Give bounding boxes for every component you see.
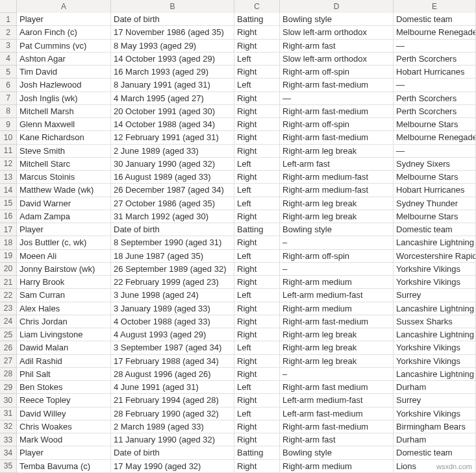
cell[interactable]: Right bbox=[234, 368, 280, 381]
cell[interactable]: Worcestershire Rapids bbox=[394, 250, 476, 263]
cell[interactable]: Right-arm fast-medium bbox=[280, 131, 394, 144]
cell[interactable]: 28 February 1990 (aged 32) bbox=[111, 407, 234, 420]
cell[interactable]: 30 January 1990 (aged 32) bbox=[111, 158, 234, 171]
row-header[interactable]: 21 bbox=[0, 276, 17, 289]
row-header[interactable]: 14 bbox=[0, 184, 17, 197]
cell[interactable]: Right-arm fast bbox=[280, 40, 394, 53]
cell[interactable]: Batting bbox=[234, 223, 280, 236]
cell[interactable]: David Willey bbox=[17, 407, 111, 420]
cell[interactable]: Phil Salt bbox=[17, 368, 111, 381]
cell[interactable]: Surrey bbox=[394, 394, 476, 407]
cell[interactable]: 3 January 1989 (aged 33) bbox=[111, 302, 234, 315]
cell[interactable]: Left bbox=[234, 197, 280, 210]
row-header[interactable]: 6 bbox=[0, 79, 17, 91]
cell[interactable]: Matthew Wade (wk) bbox=[17, 184, 111, 197]
row-header[interactable]: 35 bbox=[0, 460, 17, 473]
row-header[interactable]: 13 bbox=[0, 171, 17, 184]
row-header[interactable]: 22 bbox=[0, 289, 17, 302]
cell[interactable]: Lancashire Lightning bbox=[394, 302, 476, 315]
cell[interactable]: Right bbox=[234, 171, 280, 184]
cell[interactable]: Bowling style bbox=[280, 446, 394, 459]
cell[interactable]: Melbourne Stars bbox=[394, 118, 476, 131]
cell[interactable]: Harry Brook bbox=[17, 276, 111, 289]
cell[interactable]: 20 October 1991 (aged 30) bbox=[111, 105, 234, 118]
cell[interactable]: Date of birth bbox=[111, 446, 234, 459]
cell[interactable]: Slow left-arm orthodox bbox=[280, 53, 394, 66]
cell[interactable]: Left bbox=[234, 53, 280, 66]
cell[interactable]: Perth Scorchers bbox=[394, 92, 476, 105]
cell[interactable]: Right-arm fast-medium bbox=[280, 79, 394, 91]
cell[interactable]: Date of birth bbox=[111, 13, 234, 26]
cell[interactable]: 4 August 1993 (aged 29) bbox=[111, 328, 234, 341]
cell[interactable]: Perth Scorchers bbox=[394, 105, 476, 118]
cell[interactable]: 28 August 1996 (aged 26) bbox=[111, 368, 234, 381]
cell[interactable]: Ashton Agar bbox=[17, 53, 111, 66]
cell[interactable]: — bbox=[394, 145, 476, 158]
cell[interactable]: Right bbox=[234, 302, 280, 315]
cell[interactable]: Batting bbox=[234, 13, 280, 26]
cell[interactable]: Right bbox=[234, 131, 280, 144]
col-header-c[interactable]: C bbox=[234, 0, 280, 13]
col-header-b[interactable]: B bbox=[111, 0, 234, 13]
cell[interactable]: 22 February 1999 (aged 23) bbox=[111, 276, 234, 289]
row-header[interactable]: 27 bbox=[0, 355, 17, 368]
cell[interactable]: Left-arm fast bbox=[280, 158, 394, 171]
cell[interactable]: Melbourne Renegades bbox=[394, 26, 476, 39]
cell[interactable]: 17 February 1988 (aged 34) bbox=[111, 355, 234, 368]
cell[interactable]: Left-arm fast-medium bbox=[280, 407, 394, 420]
cell[interactable]: David Warner bbox=[17, 197, 111, 210]
cell[interactable]: Right bbox=[234, 145, 280, 158]
cell[interactable]: Bowling style bbox=[280, 223, 394, 236]
cell[interactable]: Right bbox=[234, 355, 280, 368]
row-header[interactable]: 1 bbox=[0, 13, 17, 26]
cell[interactable]: Domestic team bbox=[394, 223, 476, 236]
cell[interactable]: – bbox=[280, 263, 394, 276]
cell[interactable]: Right-arm medium-fast bbox=[280, 171, 394, 184]
cell[interactable]: 14 October 1988 (aged 34) bbox=[111, 118, 234, 131]
cell[interactable]: 18 June 1987 (aged 35) bbox=[111, 250, 234, 263]
cell[interactable]: Yorkshire Vikings bbox=[394, 355, 476, 368]
cell[interactable]: Right bbox=[234, 236, 280, 249]
cell[interactable]: Surrey bbox=[394, 289, 476, 302]
row-header[interactable]: 29 bbox=[0, 381, 17, 394]
cell[interactable]: Right-arm leg break bbox=[280, 145, 394, 158]
cell[interactable]: Durham bbox=[394, 381, 476, 394]
cell[interactable]: Jos Buttler (c, wk) bbox=[17, 236, 111, 249]
cell[interactable]: Right-arm medium bbox=[280, 276, 394, 289]
cell[interactable]: Reece Topley bbox=[17, 394, 111, 407]
cell[interactable]: Yorkshire Vikings bbox=[394, 276, 476, 289]
cell[interactable]: Ben Stokes bbox=[17, 381, 111, 394]
cell[interactable]: 16 August 1989 (aged 33) bbox=[111, 171, 234, 184]
cell[interactable]: Sydney Sixers bbox=[394, 158, 476, 171]
row-header[interactable]: 34 bbox=[0, 446, 17, 459]
row-header[interactable]: 23 bbox=[0, 302, 17, 315]
cell[interactable]: 3 June 1998 (aged 24) bbox=[111, 289, 234, 302]
cell[interactable]: Marcus Stoinis bbox=[17, 171, 111, 184]
cell[interactable]: Temba Bavuma (c) bbox=[17, 460, 111, 473]
cell[interactable]: Right-arm medium bbox=[280, 302, 394, 315]
row-header[interactable]: 32 bbox=[0, 420, 17, 433]
cell[interactable]: Left-arm medium-fast bbox=[280, 394, 394, 407]
cell[interactable]: Right-arm off-spin bbox=[280, 66, 394, 79]
col-header-d[interactable]: D bbox=[280, 0, 394, 13]
cell[interactable]: Yorkshire Vikings bbox=[394, 341, 476, 354]
cell[interactable]: Right bbox=[234, 460, 280, 473]
cell[interactable]: Domestic team bbox=[394, 13, 476, 26]
cell[interactable]: Right bbox=[234, 263, 280, 276]
cell[interactable]: Left bbox=[234, 79, 280, 91]
cell[interactable]: Right-arm fast bbox=[280, 433, 394, 446]
cell[interactable]: Domestic team bbox=[394, 446, 476, 459]
cell[interactable]: Right-arm off-spin bbox=[280, 250, 394, 263]
cell[interactable]: Durham bbox=[394, 433, 476, 446]
cell[interactable]: 2 June 1989 (aged 33) bbox=[111, 145, 234, 158]
cell[interactable]: 16 March 1993 (aged 29) bbox=[111, 66, 234, 79]
cell[interactable]: Mitchell Starc bbox=[17, 158, 111, 171]
cell[interactable]: Right bbox=[234, 210, 280, 223]
row-header[interactable]: 30 bbox=[0, 394, 17, 407]
cell[interactable]: — bbox=[394, 79, 476, 91]
cell[interactable]: Player bbox=[17, 223, 111, 236]
cell[interactable]: 4 March 1995 (aged 27) bbox=[111, 92, 234, 105]
cell[interactable]: 11 January 1990 (aged 32) bbox=[111, 433, 234, 446]
cell[interactable]: Right-arm leg break bbox=[280, 355, 394, 368]
cell[interactable]: Right bbox=[234, 118, 280, 131]
